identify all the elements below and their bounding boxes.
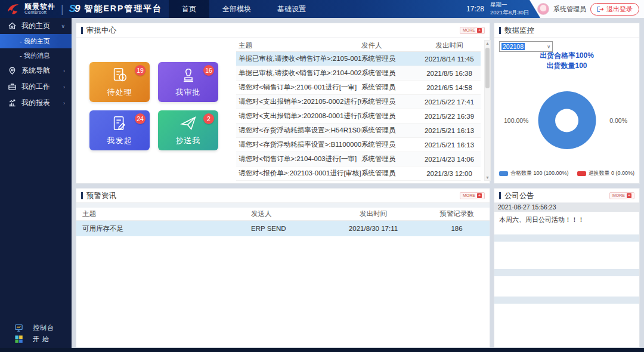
top-bar: 顺景软件 Centersoft | S9 智能ERP管理平台 首页 全部模块 基… [0, 0, 644, 18]
legend-label: 退换数量 0 (0.00%) [589, 169, 635, 177]
message-sender: 系统管理员 [361, 126, 418, 135]
col-sent-time: 发出时间 [323, 209, 424, 218]
alerts-more-button[interactable]: MORE + [460, 192, 485, 199]
approval-row[interactable]: 请您对<销售订单>:2104-003进行[一审]系统管理员2021/4/23 1… [236, 152, 481, 166]
message-sender: 系统管理员 [361, 54, 418, 63]
alerts-panel-header: 预警资讯 MORE + [76, 189, 490, 203]
stamp-icon [179, 66, 197, 87]
message-sender: 系统管理员 [361, 155, 418, 163]
message-time: 2021/5/21 16:13 [418, 141, 481, 149]
tile-initiated-by-me[interactable]: 24 我发起 [89, 110, 150, 150]
alerts-table-header: 主题 发送人 发出时间 预警记录数 [76, 208, 490, 221]
message-sender: 系统管理员 [361, 83, 418, 92]
alert-subject: 可用库存不足 [76, 224, 251, 233]
approval-row[interactable]: 请您对<存货浮动耗损率设置>:H54R1S006002进行[审核]系统管理员20… [236, 123, 481, 138]
document-pencil-icon [111, 115, 129, 135]
main-nav: 首页 全部模块 基础设置 [169, 0, 319, 18]
legend-item-pass: 合格数量 100 (100.00%) [499, 169, 569, 177]
message-subject: 单据已审核,请接收<销售订单>:2104-002 [236, 69, 361, 78]
tile-label: 待处理 [89, 87, 150, 98]
shipment-stats: 出货合格率100% 出货数量100 [494, 51, 639, 72]
message-time: 2021/5/21 16:13 [418, 127, 481, 134]
message-sender: 系统管理员 [361, 140, 418, 149]
approval-row[interactable]: 请您对<销售订单>:2106-001进行[一审]系统管理员2021/6/5 14… [236, 81, 481, 95]
start-button[interactable]: 开 始 [0, 334, 72, 345]
console-button[interactable]: 控制台 [0, 322, 72, 334]
announcements-more-button[interactable]: MORE + [609, 192, 634, 199]
logo-en: Centersoft [24, 10, 55, 15]
sidebar-subitem-my-messages[interactable]: - 我的消息 [0, 48, 72, 63]
approval-row[interactable]: 请您对<存货浮动耗损率设置>:B11000001进行[审核]系统管理员2021/… [236, 138, 481, 152]
tile-label: 抄送我 [158, 135, 218, 146]
more-label: MORE [612, 193, 625, 197]
message-sender: 系统管理员 [361, 69, 418, 78]
nav-tab-home[interactable]: 首页 [169, 0, 209, 18]
monitor-panel-header: 数据监控 [494, 23, 639, 38]
message-subject: 请您对<支出报销单>:202105-0002进行[审核] [236, 97, 361, 106]
badge-count: 19 [135, 65, 145, 76]
empty-announcement-divider [494, 269, 639, 276]
donut-chart [538, 91, 596, 149]
more-icon: + [627, 193, 631, 198]
shipment-qty-text: 出货数量100 [494, 61, 639, 71]
nav-tab-basic-settings[interactable]: 基础设置 [264, 0, 319, 18]
message-time: 2021/5/22 17:41 [418, 98, 481, 106]
sidebar-item-system-nav[interactable]: 系统导航 › [0, 63, 72, 79]
chevron-down-icon: ∨ [61, 23, 65, 29]
sidebar-item-my-work[interactable]: 我的工作 › [0, 79, 72, 95]
spacer [76, 203, 490, 208]
logout-label: 退出登录 [606, 5, 633, 14]
donut-left-label: 100.00% [504, 117, 528, 124]
approval-row[interactable]: 请您对<支出报销单>:202008-0001进行[审核]系统管理员2021/5/… [236, 109, 481, 123]
start-grid-icon [14, 335, 23, 344]
scrollbar-thumb[interactable] [485, 48, 490, 88]
start-label: 开 始 [33, 335, 49, 344]
scroll-down-icon[interactable]: ▼ [485, 175, 490, 180]
legend-swatch-blue [499, 171, 508, 176]
alerts-panel: 预警资讯 MORE + 主题 发送人 发出时间 预警记录数 可用库存不足ERP … [76, 188, 490, 348]
approval-more-button[interactable]: MORE + [460, 27, 485, 34]
alert-row[interactable]: 可用库存不足ERP SEND2021/8/30 17:11186 [76, 221, 490, 236]
sidebar-subitem-my-home[interactable]: - 我的主页 [0, 34, 72, 48]
approval-row[interactable]: 单据已审核,请接收<销售订单>:2105-001系统管理员2021/8/14 1… [236, 52, 481, 66]
announcement-text[interactable]: 本周六、周日公司活动！！！ [494, 212, 639, 234]
message-list-scrollbar[interactable]: ▲ ▼ [484, 40, 491, 181]
avatar[interactable] [537, 3, 549, 15]
approval-row[interactable]: 请您对<支出报销单>:202105-0002进行[审核]系统管理员2021/5/… [236, 95, 481, 109]
sidebar-item-my-home[interactable]: 我的主页 ∨ [0, 18, 72, 34]
col-alert-count: 预警记录数 [424, 209, 490, 218]
tile-my-approvals[interactable]: 16 我审批 [158, 62, 218, 102]
briefcase-icon [8, 82, 17, 91]
scroll-up-icon[interactable]: ▲ [485, 41, 490, 45]
platform-title: 智能ERP管理平台 [85, 4, 163, 14]
clock: 17:28 [466, 5, 484, 13]
message-subject: 请您对<销售订单>:2104-003进行[一审] [236, 155, 361, 163]
announcements-list: 2021-08-27 15:56:23本周六、周日公司活动！！！ [494, 203, 639, 234]
donut-right-label: 0.00% [609, 117, 627, 124]
panel-title: 审批中心 [81, 27, 116, 34]
logout-button[interactable]: 退出登录 [590, 3, 639, 16]
alert-sender: ERP SEND [251, 225, 323, 232]
map-pin-icon [8, 66, 17, 75]
s9-9: 9 [75, 3, 80, 14]
sidebar-item-my-reports[interactable]: 我的报表 › [0, 95, 72, 111]
badge-count: 2 [203, 113, 214, 124]
more-icon: + [477, 28, 482, 33]
message-subject: 请您对<报价单>:202103-0001进行[审核] [236, 169, 361, 178]
more-label: MORE [463, 28, 475, 32]
sidebar: 我的主页 ∨ - 我的主页 - 我的消息 系统导航 › 我的工作 › 我的报表 … [0, 18, 72, 352]
approval-row[interactable]: 请您对<报价单>:202103-0001进行[审核]系统管理员2021/3/3 … [236, 166, 481, 181]
username: 系统管理员 [553, 5, 586, 14]
weekday: 星期一 [490, 1, 529, 9]
legend-item-return: 退换数量 0 (0.00%) [577, 169, 635, 177]
chevron-down-icon: ∨ [547, 44, 550, 50]
tile-cc-to-me[interactable]: 2 抄送我 [158, 110, 218, 150]
approval-row[interactable]: 单据已审核,请接收<销售订单>:2104-002系统管理员2021/8/5 16… [236, 66, 481, 81]
nav-tab-all-modules[interactable]: 全部模块 [209, 0, 264, 18]
app-logo: 顺景软件 Centersoft | S9 智能ERP管理平台 [6, 0, 162, 18]
sidebar-item-label: 我的工作 [21, 82, 50, 92]
tile-pending[interactable]: 19 待处理 [89, 62, 150, 102]
message-sender: 系统管理员 [361, 112, 418, 121]
message-sender: 系统管理员 [361, 97, 418, 106]
approval-table-body: 单据已审核,请接收<销售订单>:2105-001系统管理员2021/8/14 1… [236, 52, 481, 181]
